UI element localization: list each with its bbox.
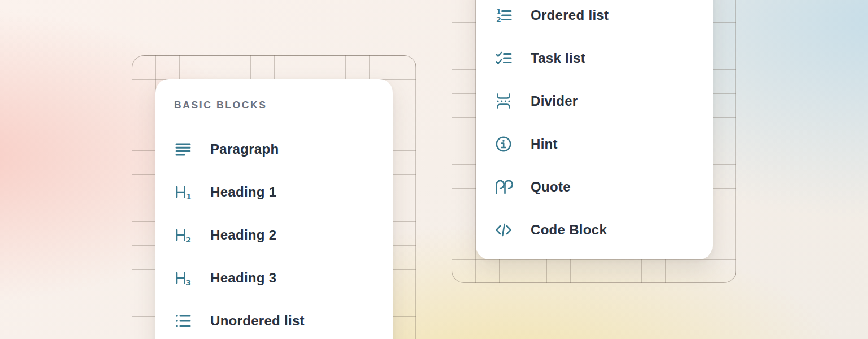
quote-icon — [494, 178, 513, 196]
unordered-list-icon — [174, 312, 192, 330]
svg-text:2: 2 — [186, 236, 191, 244]
menu-item-label: Quote — [531, 179, 571, 195]
menu-item-ordered-list[interactable]: 1 2 Ordered list — [476, 0, 713, 37]
menu-item-hint[interactable]: Hint — [476, 123, 713, 166]
menu-item-heading-1[interactable]: 1 Heading 1 — [155, 171, 393, 214]
basic-blocks-menu: BASIC BLOCKS Paragraph 1 Heading 1 2 Hea… — [155, 79, 393, 339]
svg-text:2: 2 — [496, 15, 501, 24]
svg-text:3: 3 — [186, 279, 191, 287]
menu-item-label: Code Block — [531, 222, 607, 238]
svg-text:1: 1 — [496, 7, 501, 16]
editor-blocks-promo: { "colors": { "icon_teal": "#37798f", "i… — [0, 0, 868, 339]
menu-item-label: Task list — [531, 50, 585, 66]
menu-item-label: Ordered list — [531, 7, 609, 23]
menu-item-label: Heading 1 — [210, 184, 276, 200]
menu-item-label: Hint — [531, 136, 558, 152]
hint-icon — [494, 135, 513, 153]
heading-2-icon: 2 — [174, 226, 192, 244]
menu-item-task-list[interactable]: Task list — [476, 37, 713, 80]
ordered-list-icon: 1 2 — [494, 6, 513, 24]
menu-item-paragraph[interactable]: Paragraph — [155, 128, 393, 171]
divider-icon — [494, 92, 513, 110]
heading-1-icon: 1 — [174, 183, 192, 201]
menu-item-code-block[interactable]: Code Block — [476, 208, 713, 251]
menu-item-divider[interactable]: Divider — [476, 80, 713, 123]
more-blocks-menu: 1 2 Ordered list Task list — [476, 0, 713, 259]
code-block-icon — [494, 221, 513, 239]
svg-text:1: 1 — [186, 193, 192, 201]
menu-item-label: Divider — [531, 93, 578, 109]
menu-item-label: Heading 2 — [210, 227, 276, 243]
menu-item-heading-2[interactable]: 2 Heading 2 — [155, 214, 393, 257]
menu-item-unordered-list[interactable]: Unordered list — [155, 299, 393, 339]
menu-item-label: Paragraph — [210, 141, 279, 157]
menu-item-label: Unordered list — [210, 313, 305, 329]
menu-item-label: Heading 3 — [210, 270, 276, 286]
paragraph-icon — [174, 140, 192, 158]
section-title: BASIC BLOCKS — [155, 79, 393, 128]
task-list-icon — [494, 49, 513, 67]
heading-3-icon: 3 — [174, 269, 192, 287]
menu-item-quote[interactable]: Quote — [476, 166, 713, 208]
menu-item-heading-3[interactable]: 3 Heading 3 — [155, 257, 393, 299]
